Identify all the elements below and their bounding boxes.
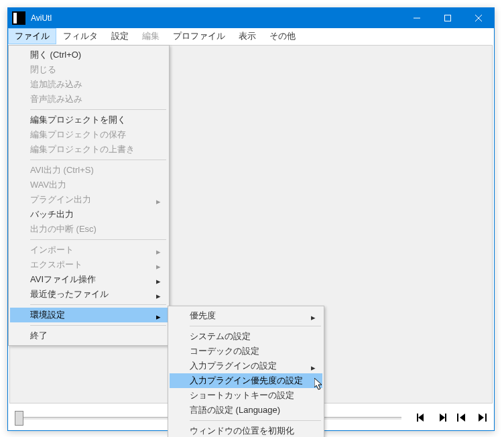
svg-marker-6 [440,414,445,422]
file-menu-export[interactable]: エクスポート▸ [10,257,168,272]
menubar: ファイル フィルタ 設定 編集 プロファイル 表示 その他 [8,28,494,44]
chevron-right-icon: ▸ [156,312,161,322]
maximize-button[interactable] [432,8,463,28]
menu-view[interactable]: 表示 [232,28,263,44]
minimize-icon [414,15,420,21]
window-title: AviUtl [29,13,401,23]
env-menu-language[interactable]: 言語の設定 (Language) [170,403,322,418]
file-menu-audio-load[interactable]: 音声読み込み [10,92,168,107]
svg-rect-11 [485,414,487,422]
prev-frame-icon [417,413,426,422]
svg-marker-4 [418,414,424,422]
menu-separator [190,420,321,421]
file-menu-plugin-out[interactable]: プラグイン出力▸ [10,192,168,207]
file-menu-recent[interactable]: 最近使ったファイル▸ [10,287,168,302]
file-menu-append-load[interactable]: 追加読み込み [10,77,168,92]
file-menu-close[interactable]: 閉じる [10,62,168,77]
env-menu-reset-window-pos[interactable]: ウィンドウの位置を初期化 [170,424,322,437]
file-menu-wav-out[interactable]: WAV出力 [10,178,168,192]
menu-profile[interactable]: プロファイル [166,28,232,44]
menu-separator [30,109,166,110]
svg-rect-1 [445,15,451,21]
file-menu-avi-out[interactable]: AVI出力 (Ctrl+S) [10,163,168,178]
env-menu-input-plugin-priority[interactable]: 入力プラグイン優先度の設定 [170,373,322,388]
menu-edit[interactable]: 編集 [135,28,166,44]
chevron-right-icon: ▸ [156,261,161,271]
file-menu-exit[interactable]: 終了 [10,328,168,343]
file-menu-abort-out[interactable]: 出力の中断 (Esc) [10,222,168,237]
file-menu-open-project[interactable]: 編集プロジェクトを開く [10,113,168,127]
file-menu-avi-file-ops[interactable]: AVIファイル操作▸ [10,272,168,287]
svg-marker-9 [460,414,465,422]
env-menu-input-plugin[interactable]: 入力プラグインの設定▸ [170,359,322,373]
app-window: AviUtl ファイル フィルタ 設定 編集 プロファイル 表示 その他 [7,7,495,431]
menu-separator [30,325,166,326]
menu-separator [30,160,166,160]
menu-separator [190,326,321,326]
file-menu-env[interactable]: 環境設定▸ [10,308,168,322]
chevron-right-icon: ▸ [156,196,161,206]
jump-end-icon [477,413,487,422]
env-menu-system[interactable]: システムの設定 [170,329,322,344]
svg-rect-7 [445,414,446,422]
env-menu-priority[interactable]: 優先度▸ [170,308,322,323]
close-button[interactable] [463,8,494,28]
slider-thumb[interactable] [15,411,23,426]
menu-file[interactable]: ファイル [8,28,56,44]
env-submenu: 優先度▸ システムの設定 コーデックの設定 入力プラグインの設定▸ 入力プラグイ… [168,306,324,437]
chevron-right-icon: ▸ [156,291,161,301]
nav-buttons [414,410,490,426]
close-icon [475,15,482,21]
chevron-right-icon: ▸ [156,247,161,257]
file-menu-batch-out[interactable]: バッチ出力 [10,207,168,222]
minimize-button[interactable] [401,8,432,28]
jump-start-button[interactable] [454,410,470,426]
file-menu-import[interactable]: インポート▸ [10,243,168,257]
svg-rect-5 [417,414,418,422]
menu-separator [30,239,166,240]
prev-frame-button[interactable] [414,410,430,426]
chevron-right-icon: ▸ [311,363,316,373]
app-icon [12,11,25,25]
file-menu-overwrite-project[interactable]: 編集プロジェクトの上書き [10,142,168,157]
menu-settings[interactable]: 設定 [105,28,135,44]
file-menu: 開く (Ctrl+O) 閉じる 追加読み込み 音声読み込み 編集プロジェクトを開… [8,45,170,346]
svg-marker-10 [479,414,484,422]
menu-separator [30,304,166,305]
maximize-icon [444,15,451,21]
file-menu-save-project[interactable]: 編集プロジェクトの保存 [10,127,168,142]
svg-rect-8 [457,414,458,422]
next-frame-button[interactable] [434,410,450,426]
env-menu-shortcut[interactable]: ショートカットキーの設定 [170,388,322,403]
file-menu-open[interactable]: 開く (Ctrl+O) [10,48,168,62]
env-menu-codec[interactable]: コーデックの設定 [170,344,322,359]
next-frame-icon [437,413,446,422]
menu-filter[interactable]: フィルタ [56,28,105,44]
titlebar: AviUtl [8,8,494,28]
chevron-right-icon: ▸ [311,312,316,322]
jump-end-button[interactable] [474,410,490,426]
menu-other[interactable]: その他 [263,28,302,44]
jump-start-icon [457,413,466,422]
chevron-right-icon: ▸ [156,276,161,286]
